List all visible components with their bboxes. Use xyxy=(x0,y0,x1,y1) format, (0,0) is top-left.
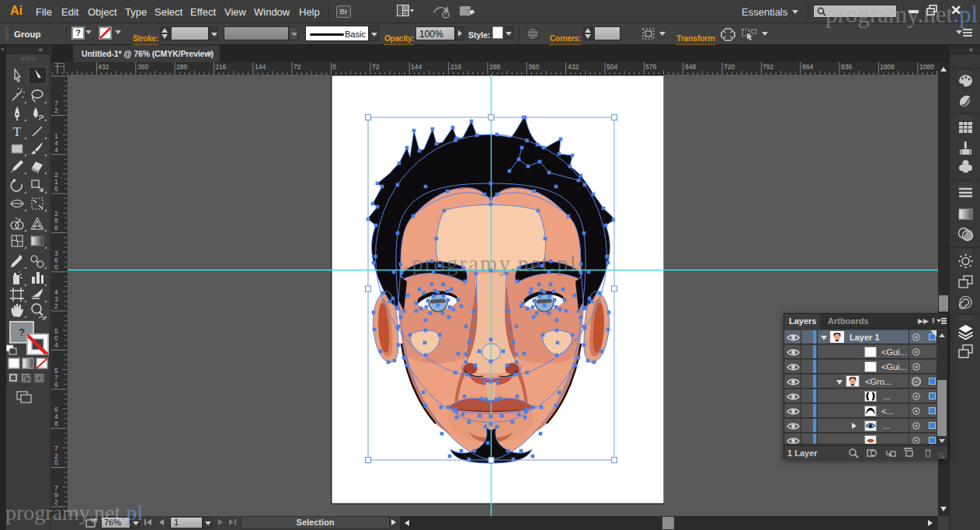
svg-text:360: 360 xyxy=(137,63,148,71)
svg-text:144: 144 xyxy=(255,63,266,71)
svg-text:720: 720 xyxy=(724,63,735,71)
svg-text:?: ? xyxy=(19,326,25,338)
svg-text:792: 792 xyxy=(763,63,773,71)
svg-text:4: 4 xyxy=(54,341,58,349)
svg-text:216: 216 xyxy=(215,63,226,71)
svg-text:576: 576 xyxy=(645,63,656,71)
svg-text:8: 8 xyxy=(54,420,58,427)
svg-text:72: 72 xyxy=(372,63,380,71)
svg-text:2: 2 xyxy=(54,302,58,310)
svg-text:0: 0 xyxy=(54,263,58,271)
svg-text:6: 6 xyxy=(54,185,58,193)
svg-text:7: 7 xyxy=(54,445,58,452)
svg-text:1008: 1008 xyxy=(880,63,895,71)
svg-text:0: 0 xyxy=(332,63,336,71)
svg-text:programy.net.pl: programy.net.pl xyxy=(412,251,577,276)
svg-text:72: 72 xyxy=(294,63,301,71)
svg-text:432: 432 xyxy=(568,63,579,71)
svg-text:144: 144 xyxy=(411,63,422,71)
svg-text:1080: 1080 xyxy=(919,63,934,71)
svg-text:936: 936 xyxy=(841,63,852,71)
svg-text:216: 216 xyxy=(450,63,461,71)
svg-text:6: 6 xyxy=(54,381,58,389)
svg-text:432: 432 xyxy=(98,63,109,71)
svg-text:504: 504 xyxy=(606,63,617,71)
svg-text:4: 4 xyxy=(54,146,58,154)
svg-text:648: 648 xyxy=(685,63,696,71)
svg-text:288: 288 xyxy=(489,63,500,71)
svg-text:288: 288 xyxy=(176,63,187,71)
svg-text:864: 864 xyxy=(802,63,813,71)
svg-text:2: 2 xyxy=(54,106,58,114)
svg-text:8: 8 xyxy=(54,224,58,232)
svg-text:T: T xyxy=(13,124,22,139)
svg-text:360: 360 xyxy=(528,63,539,71)
svg-text:0: 0 xyxy=(54,459,58,466)
